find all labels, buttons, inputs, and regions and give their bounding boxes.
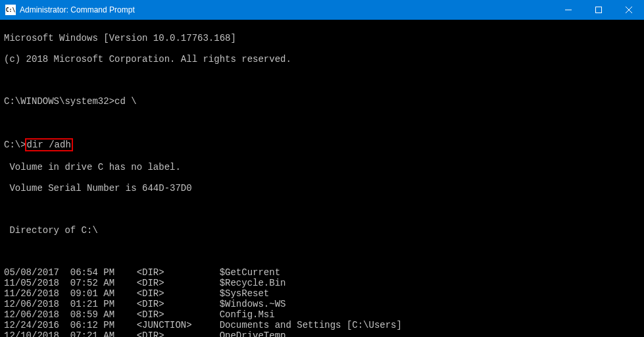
window-title: Administrator: Command Prompt <box>20 5 553 14</box>
prompt: C:\WINDOWS\system32> <box>4 96 114 107</box>
directory-of-line: Directory of C:\ <box>4 225 640 236</box>
volume-line: Volume in drive C has no label. <box>4 162 640 172</box>
titlebar[interactable]: C:\ Administrator: Command Prompt <box>0 0 644 20</box>
close-button[interactable] <box>614 0 644 20</box>
close-icon <box>626 7 632 13</box>
minimize-button[interactable] <box>553 0 583 20</box>
prompt: C:\> <box>4 140 26 150</box>
version-line: Microsoft Windows [Version 10.0.17763.16… <box>4 33 640 43</box>
terminal-area[interactable]: Microsoft Windows [Version 10.0.17763.16… <box>0 20 644 337</box>
dir-entry: 12/06/2018 01:21 PM <DIR> $Windows.~WS <box>4 299 640 309</box>
dir-entry: 05/08/2017 06:54 PM <DIR> $GetCurrent <box>4 267 640 278</box>
dir-entry: 12/06/2018 08:59 AM <DIR> Config.Msi <box>4 309 640 320</box>
dir-entry: 12/10/2018 07:21 AM <DIR> OneDriveTemp <box>4 330 640 337</box>
highlighted-command: dir /adh <box>25 138 73 151</box>
prompt-line-2: C:\>dir /adh <box>4 138 640 151</box>
dir-entry: 12/24/2016 06:12 PM <JUNCTION> Documents… <box>4 320 640 330</box>
maximize-button[interactable] <box>583 0 614 20</box>
window-controls <box>553 0 644 20</box>
blank <box>4 75 640 86</box>
command-cd: cd \ <box>114 96 137 107</box>
cmd-icon: C:\ <box>5 5 16 15</box>
serial-line: Volume Serial Number is 644D-37D0 <box>4 183 640 194</box>
command-prompt-window: C:\ Administrator: Command Prompt Micros… <box>0 0 644 337</box>
blank <box>4 246 640 257</box>
minimize-icon <box>565 7 572 13</box>
copyright-line: (c) 2018 Microsoft Corporation. All righ… <box>4 54 640 65</box>
prompt-line-1: C:\WINDOWS\system32>cd \ <box>4 96 640 107</box>
maximize-icon <box>595 7 602 13</box>
dir-entry: 11/05/2018 07:52 AM <DIR> $Recycle.Bin <box>4 278 640 288</box>
dir-listing: 05/08/2017 06:54 PM <DIR> $GetCurrent11/… <box>4 267 640 337</box>
blank <box>4 117 640 128</box>
svg-rect-1 <box>596 7 602 13</box>
dir-entry: 11/26/2018 09:01 AM <DIR> $SysReset <box>4 288 640 299</box>
blank <box>4 204 640 215</box>
